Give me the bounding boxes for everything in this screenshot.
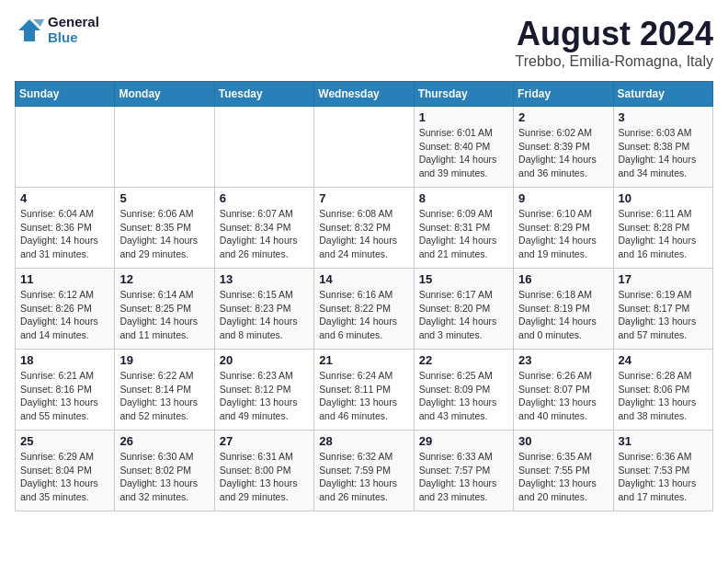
calendar-week-4: 18Sunrise: 6:21 AM Sunset: 8:16 PM Dayli…	[16, 350, 713, 431]
calendar-cell: 17Sunrise: 6:19 AM Sunset: 8:17 PM Dayli…	[613, 269, 712, 350]
day-number: 29	[419, 434, 508, 448]
title-section: August 2024 Trebbo, Emilia-Romagna, Ital…	[516, 15, 714, 70]
calendar-cell: 16Sunrise: 6:18 AM Sunset: 8:19 PM Dayli…	[514, 269, 613, 350]
day-info: Sunrise: 6:23 AM Sunset: 8:12 PM Dayligh…	[220, 369, 309, 423]
day-info: Sunrise: 6:17 AM Sunset: 8:20 PM Dayligh…	[419, 288, 508, 342]
day-number: 19	[119, 353, 209, 367]
calendar-cell: 11Sunrise: 6:12 AM Sunset: 8:26 PM Dayli…	[16, 269, 115, 350]
calendar-cell: 5Sunrise: 6:06 AM Sunset: 8:35 PM Daylig…	[115, 188, 214, 269]
day-info: Sunrise: 6:01 AM Sunset: 8:40 PM Dayligh…	[419, 126, 508, 180]
day-number: 24	[619, 353, 708, 367]
calendar-cell: 28Sunrise: 6:32 AM Sunset: 7:59 PM Dayli…	[314, 431, 414, 511]
day-number: 7	[319, 191, 408, 205]
calendar-week-2: 4Sunrise: 6:04 AM Sunset: 8:36 PM Daylig…	[16, 188, 713, 269]
calendar-cell: 13Sunrise: 6:15 AM Sunset: 8:23 PM Dayli…	[214, 269, 313, 350]
column-header-wednesday: Wednesday	[314, 82, 414, 107]
calendar-cell: 4Sunrise: 6:04 AM Sunset: 8:36 PM Daylig…	[16, 188, 115, 269]
calendar-cell: 19Sunrise: 6:22 AM Sunset: 8:14 PM Dayli…	[115, 350, 214, 431]
day-info: Sunrise: 6:36 AM Sunset: 7:53 PM Dayligh…	[619, 450, 708, 504]
calendar-cell: 22Sunrise: 6:25 AM Sunset: 8:09 PM Dayli…	[414, 350, 513, 431]
day-info: Sunrise: 6:35 AM Sunset: 7:55 PM Dayligh…	[518, 450, 608, 504]
day-number: 21	[319, 353, 408, 367]
day-number: 26	[119, 434, 209, 448]
calendar-cell: 25Sunrise: 6:29 AM Sunset: 8:04 PM Dayli…	[16, 431, 115, 511]
day-number: 8	[419, 191, 508, 205]
calendar-cell: 6Sunrise: 6:07 AM Sunset: 8:34 PM Daylig…	[214, 188, 313, 269]
day-number: 31	[619, 434, 708, 448]
day-info: Sunrise: 6:29 AM Sunset: 8:04 PM Dayligh…	[20, 450, 109, 504]
logo-bird-icon	[15, 16, 44, 45]
main-title: August 2024	[516, 15, 714, 53]
day-info: Sunrise: 6:03 AM Sunset: 8:38 PM Dayligh…	[619, 126, 708, 180]
day-number: 14	[319, 272, 408, 286]
calendar-cell: 14Sunrise: 6:16 AM Sunset: 8:22 PM Dayli…	[314, 269, 414, 350]
day-number: 3	[619, 110, 708, 124]
day-info: Sunrise: 6:10 AM Sunset: 8:29 PM Dayligh…	[518, 207, 608, 261]
day-info: Sunrise: 6:16 AM Sunset: 8:22 PM Dayligh…	[319, 288, 408, 342]
day-info: Sunrise: 6:31 AM Sunset: 8:00 PM Dayligh…	[220, 450, 309, 504]
calendar-cell: 2Sunrise: 6:02 AM Sunset: 8:39 PM Daylig…	[514, 107, 613, 188]
column-header-sunday: Sunday	[16, 82, 115, 107]
day-number: 27	[220, 434, 309, 448]
day-info: Sunrise: 6:12 AM Sunset: 8:26 PM Dayligh…	[20, 288, 109, 342]
day-number: 13	[220, 272, 309, 286]
calendar-table: SundayMondayTuesdayWednesdayThursdayFrid…	[15, 81, 713, 511]
day-info: Sunrise: 6:21 AM Sunset: 8:16 PM Dayligh…	[20, 369, 109, 423]
logo: General Blue	[15, 15, 99, 45]
calendar-cell: 12Sunrise: 6:14 AM Sunset: 8:25 PM Dayli…	[115, 269, 214, 350]
day-info: Sunrise: 6:07 AM Sunset: 8:34 PM Dayligh…	[220, 207, 309, 261]
day-info: Sunrise: 6:25 AM Sunset: 8:09 PM Dayligh…	[419, 369, 508, 423]
column-header-friday: Friday	[514, 82, 613, 107]
calendar-cell: 24Sunrise: 6:28 AM Sunset: 8:06 PM Dayli…	[613, 350, 712, 431]
day-number: 11	[20, 272, 109, 286]
calendar-cell	[314, 107, 414, 188]
calendar-cell: 1Sunrise: 6:01 AM Sunset: 8:40 PM Daylig…	[414, 107, 513, 188]
day-info: Sunrise: 6:19 AM Sunset: 8:17 PM Dayligh…	[619, 288, 708, 342]
calendar-cell	[115, 107, 214, 188]
calendar-cell: 27Sunrise: 6:31 AM Sunset: 8:00 PM Dayli…	[214, 431, 313, 511]
day-info: Sunrise: 6:02 AM Sunset: 8:39 PM Dayligh…	[518, 126, 608, 180]
calendar-week-5: 25Sunrise: 6:29 AM Sunset: 8:04 PM Dayli…	[16, 431, 713, 511]
calendar-cell: 18Sunrise: 6:21 AM Sunset: 8:16 PM Dayli…	[16, 350, 115, 431]
day-number: 9	[518, 191, 608, 205]
day-number: 1	[419, 110, 508, 124]
day-info: Sunrise: 6:22 AM Sunset: 8:14 PM Dayligh…	[119, 369, 209, 423]
calendar-cell	[16, 107, 115, 188]
calendar-cell: 29Sunrise: 6:33 AM Sunset: 7:57 PM Dayli…	[414, 431, 513, 511]
column-header-saturday: Saturday	[613, 82, 712, 107]
calendar-cell: 31Sunrise: 6:36 AM Sunset: 7:53 PM Dayli…	[613, 431, 712, 511]
day-number: 17	[619, 272, 708, 286]
calendar-cell: 30Sunrise: 6:35 AM Sunset: 7:55 PM Dayli…	[514, 431, 613, 511]
day-number: 15	[419, 272, 508, 286]
day-info: Sunrise: 6:09 AM Sunset: 8:31 PM Dayligh…	[419, 207, 508, 261]
calendar-cell: 20Sunrise: 6:23 AM Sunset: 8:12 PM Dayli…	[214, 350, 313, 431]
calendar-week-1: 1Sunrise: 6:01 AM Sunset: 8:40 PM Daylig…	[16, 107, 713, 188]
day-info: Sunrise: 6:11 AM Sunset: 8:28 PM Dayligh…	[619, 207, 708, 261]
calendar-cell: 8Sunrise: 6:09 AM Sunset: 8:31 PM Daylig…	[414, 188, 513, 269]
column-header-thursday: Thursday	[414, 82, 513, 107]
calendar-cell: 15Sunrise: 6:17 AM Sunset: 8:20 PM Dayli…	[414, 269, 513, 350]
subtitle: Trebbo, Emilia-Romagna, Italy	[516, 53, 714, 70]
calendar-header: SundayMondayTuesdayWednesdayThursdayFrid…	[16, 82, 713, 107]
day-info: Sunrise: 6:30 AM Sunset: 8:02 PM Dayligh…	[119, 450, 209, 504]
day-number: 10	[619, 191, 708, 205]
day-info: Sunrise: 6:14 AM Sunset: 8:25 PM Dayligh…	[119, 288, 209, 342]
logo-line1: General	[48, 15, 99, 30]
day-number: 2	[518, 110, 608, 124]
day-number: 25	[20, 434, 109, 448]
calendar-cell: 10Sunrise: 6:11 AM Sunset: 8:28 PM Dayli…	[613, 188, 712, 269]
day-number: 6	[220, 191, 309, 205]
day-info: Sunrise: 6:33 AM Sunset: 7:57 PM Dayligh…	[419, 450, 508, 504]
column-header-tuesday: Tuesday	[214, 82, 313, 107]
calendar-cell: 23Sunrise: 6:26 AM Sunset: 8:07 PM Dayli…	[514, 350, 613, 431]
day-number: 12	[119, 272, 209, 286]
column-header-monday: Monday	[115, 82, 214, 107]
calendar-cell: 9Sunrise: 6:10 AM Sunset: 8:29 PM Daylig…	[514, 188, 613, 269]
calendar-cell	[214, 107, 313, 188]
day-number: 22	[419, 353, 508, 367]
day-number: 23	[518, 353, 608, 367]
day-info: Sunrise: 6:04 AM Sunset: 8:36 PM Dayligh…	[20, 207, 109, 261]
page-header: General Blue August 2024 Trebbo, Emilia-…	[15, 15, 713, 70]
day-number: 30	[518, 434, 608, 448]
calendar-cell: 3Sunrise: 6:03 AM Sunset: 8:38 PM Daylig…	[613, 107, 712, 188]
